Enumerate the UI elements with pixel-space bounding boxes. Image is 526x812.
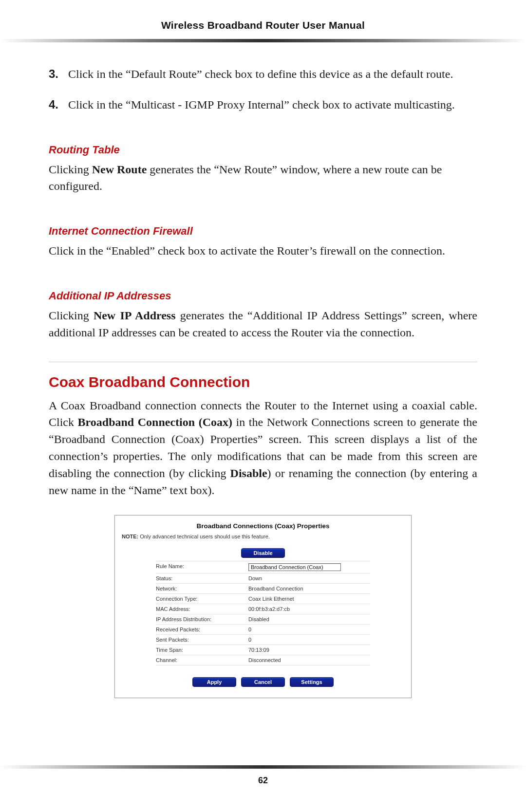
footer-rule [0,765,526,769]
footer: 62 [0,765,526,786]
para-routing-table: Clicking New Route generates the “New Ro… [49,161,477,195]
coax-p2-bold2: Disable [230,467,267,480]
label-rule-name: Rule Name: [156,563,248,571]
row-timespan: Time Span: 70:13:09 [156,645,370,655]
step-number: 4. [49,96,68,113]
panel-actions: Apply Cancel Settings [122,677,404,687]
rule-name-input[interactable]: Broadband Connection (Coax) [248,563,341,571]
label-ip-dist: IP Address Distribution: [156,616,248,622]
page-content: 3. Click in the “Default Route” check bo… [0,66,526,698]
panel-title: Broadband Connections (Coax) Properties [122,522,404,530]
subhead-routing-table: Routing Table [49,144,477,156]
label-timespan: Time Span: [156,647,248,653]
label-mac: MAC Address: [156,606,248,612]
h2-coax: Coax Broadband Connection [49,374,477,390]
coax-p1: A Coax Broadband connection connects the… [49,399,474,412]
value-status: Down [248,575,370,581]
step-3: 3. Click in the “Default Route” check bo… [49,66,477,83]
row-rule-name: Rule Name: Broadband Connection (Coax) [156,561,370,573]
apply-button[interactable]: Apply [192,677,236,687]
para-firewall: Click in the “Enabled” check box to acti… [49,242,477,259]
label-status: Status: [156,575,248,581]
manual-page: Wireless Broadband Router User Manual 3.… [0,0,526,812]
row-mac: MAC Address: 00:0f:b3:a2:d7:cb [156,604,370,614]
step-4-post: Proxy Internal” check box to activate mu… [214,98,455,111]
row-ip-dist: IP Address Distribution: Disabled [156,614,370,625]
para-coax: A Coax Broadband connection connects the… [49,397,477,499]
row-channel: Channel: Disconnected [156,655,370,665]
aip-mid: generates the “Additional [176,309,307,322]
row-network: Network: Broadband Connection [156,584,370,594]
aip-pre: Clicking [49,309,94,322]
aip-bold: New IP Address [94,309,176,322]
value-network: Broadband Connection [248,586,370,591]
value-ip-dist: Disabled [248,616,370,622]
label-channel: Channel: [156,657,248,663]
step-4: 4. Click in the “Multicast - IGMP Proxy … [49,96,477,113]
aip-sc1: IP [307,309,318,322]
panel-note-text: Only advanced technical users should use… [138,534,270,539]
page-number: 62 [0,775,526,786]
disable-button[interactable]: Disable [241,548,285,558]
para-add-ip: Clicking New IP Address generates the “A… [49,307,477,341]
row-rx: Received Packets: 0 [156,625,370,635]
panel-note: NOTE: Only advanced technical users shou… [122,534,404,539]
label-network: Network: [156,586,248,591]
panel-grid: Disable Rule Name: Broadband Connection … [156,548,370,665]
label-rx: Received Packets: [156,627,248,632]
value-conn-type: Coax Link Ethernet [248,596,370,602]
value-tx: 0 [248,637,370,643]
rt-bold: New Route [92,163,147,176]
cancel-button[interactable]: Cancel [241,677,285,687]
label-tx: Sent Packets: [156,637,248,643]
label-conn-type: Connection Type: [156,596,248,602]
row-conn-type: Connection Type: Coax Link Ethernet [156,594,370,604]
settings-button[interactable]: Settings [290,677,334,687]
subhead-firewall: Internet Connection Firewall [49,225,477,238]
properties-panel: Broadband Connections (Coax) Properties … [114,515,412,698]
disable-row: Disable [156,548,370,561]
step-number: 3. [49,66,68,83]
coax-p2-bold: Broadband Connection (Coax) [78,416,232,428]
step-text: Click in the “Multicast - IGMP Proxy Int… [68,96,477,113]
aip-post: addresses can be created to access the R… [109,326,414,339]
section-divider [49,362,477,362]
rt-pre: Clicking [49,163,92,176]
properties-panel-wrap: Broadband Connections (Coax) Properties … [49,515,477,698]
step-4-pre: Click in the “Multicast - [68,98,185,111]
header-rule [0,39,526,42]
subhead-add-ip: Additional IP Addresses [49,290,477,302]
value-timespan: 70:13:09 [248,647,370,653]
row-status: Status: Down [156,573,370,584]
value-mac: 00:0f:b3:a2:d7:cb [248,606,370,612]
igmp-smallcaps: IGMP [185,98,214,111]
running-head: Wireless Broadband Router User Manual [0,19,526,39]
row-tx: Sent Packets: 0 [156,635,370,645]
step-text: Click in the “Default Route” check box t… [68,66,477,83]
value-rule-name: Broadband Connection (Coax) [248,563,370,571]
value-rx: 0 [248,627,370,632]
aip-sc2: IP [98,326,109,339]
panel-note-label: NOTE: [122,534,138,539]
value-channel: Disconnected [248,657,370,663]
